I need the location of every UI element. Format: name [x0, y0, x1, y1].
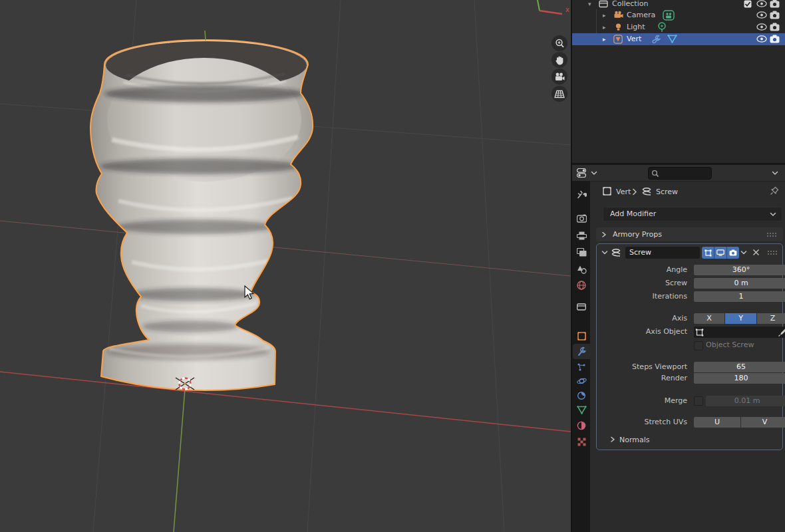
stretch-v-button[interactable]: V [741, 417, 785, 428]
breadcrumb-modifier[interactable]: Screw [656, 188, 678, 196]
axis-object-label: Axis Object [605, 327, 687, 337]
camera-view-gizmo[interactable] [551, 68, 567, 84]
tab-material[interactable] [573, 418, 590, 433]
editor-type-icon[interactable] [577, 168, 589, 178]
outliner-row-collection[interactable]: ▾ Collection [572, 0, 785, 10]
outliner-item-label[interactable]: Vert [627, 33, 641, 45]
grid-floor-icon [554, 90, 565, 98]
expand-arrow-icon[interactable]: ▸ [603, 9, 606, 21]
iterations-label: Iterations [605, 291, 687, 302]
render-camera-icon[interactable] [770, 11, 780, 19]
pan-gizmo[interactable] [551, 52, 567, 68]
screw-modifier-icon [641, 187, 653, 196]
hide-eye-icon[interactable] [756, 35, 767, 43]
armory-props-panel-header[interactable]: Armory Props [596, 227, 783, 241]
render-display-toggle[interactable] [727, 247, 739, 259]
search-icon [651, 170, 659, 178]
panel-grip-handle[interactable] [767, 250, 778, 255]
tab-constraints[interactable] [573, 388, 590, 403]
tab-physics[interactable] [573, 373, 590, 388]
3d-viewport[interactable]: x [0, 0, 571, 532]
eyedropper-icon[interactable] [778, 329, 785, 336]
angle-field[interactable]: 360° [694, 265, 785, 275]
tab-world[interactable] [573, 277, 590, 293]
render-camera-icon[interactable] [770, 23, 780, 31]
modifier-name-field[interactable]: Screw [625, 247, 700, 259]
mouse-cursor [243, 285, 257, 301]
axis-object-picker[interactable] [694, 327, 785, 338]
light-data-icon [657, 22, 667, 33]
object-icon [602, 186, 612, 196]
steps-viewport-field[interactable]: 65 [694, 362, 785, 372]
properties-editor: Vert Screw Add Modifier [572, 165, 785, 532]
add-modifier-dropdown[interactable]: Add Modifier [603, 207, 782, 221]
header-menu-chevron-icon[interactable] [772, 171, 778, 176]
merge-threshold-field[interactable]: 0.01 m [706, 396, 785, 406]
axis-x-button[interactable]: X [694, 313, 724, 324]
breadcrumb-object[interactable]: Vert [616, 188, 631, 196]
expand-arrow-icon[interactable]: ▾ [588, 0, 591, 10]
axis-z-button[interactable]: Z [757, 313, 785, 324]
tab-scene[interactable] [573, 261, 590, 277]
close-icon[interactable] [752, 249, 760, 256]
stretch-uvs-label: Stretch UVs [605, 417, 687, 428]
search-input[interactable] [661, 168, 710, 179]
stretch-u-button[interactable]: U [694, 417, 740, 428]
grid-toggle-gizmo[interactable] [551, 86, 567, 102]
tab-view-layer[interactable] [573, 245, 590, 260]
merge-checkbox[interactable] [694, 396, 703, 406]
grid-line-tinted [0, 221, 571, 276]
object-screw-checkbox[interactable] [694, 341, 703, 350]
chevron-down-icon [770, 212, 776, 217]
panel-grip-handle[interactable] [766, 232, 777, 237]
pin-icon[interactable] [770, 186, 779, 196]
tab-tool[interactable] [573, 187, 590, 202]
render-steps-field[interactable]: 180 [694, 373, 785, 384]
modifier-extras-chevron-icon[interactable] [740, 250, 747, 255]
outliner-item-label[interactable]: Collection [612, 0, 648, 10]
navigation-gizmo[interactable]: x [529, 0, 571, 20]
iterations-field[interactable]: 1 [694, 291, 785, 302]
selectable-checkbox-icon[interactable] [744, 0, 752, 8]
tab-modifiers[interactable] [573, 344, 590, 359]
hide-eye-icon[interactable] [756, 0, 767, 8]
tab-particles[interactable] [573, 359, 590, 374]
outliner-row-light[interactable]: ▸ Light [572, 21, 785, 33]
panel-expand-chevron-icon[interactable] [601, 250, 608, 255]
outliner-row-vert[interactable]: ▸ Vert [572, 33, 785, 45]
render-camera-icon[interactable] [770, 0, 780, 8]
tab-render[interactable] [573, 211, 590, 226]
tab-object[interactable] [573, 329, 590, 344]
outliner-row-camera[interactable]: ▸ Camera [572, 9, 785, 21]
axis-label: Axis [605, 313, 687, 324]
editor-type-chevron-icon[interactable] [591, 171, 597, 176]
disclosure-chevron-icon [601, 231, 607, 238]
search-box[interactable] [648, 167, 712, 180]
expand-arrow-icon[interactable]: ▸ [603, 33, 606, 45]
realtime-display-toggle[interactable] [714, 247, 727, 259]
hide-eye-icon[interactable] [756, 23, 767, 31]
magnifier-plus-icon [555, 39, 565, 49]
render-camera-icon[interactable] [770, 35, 780, 43]
edit-mode-toggle[interactable] [702, 247, 714, 259]
tab-object-data[interactable] [573, 402, 590, 418]
merge-label: Merge [605, 396, 687, 406]
tab-output[interactable] [573, 228, 590, 243]
camera-object-icon [613, 11, 623, 19]
expand-arrow-icon[interactable]: ▸ [603, 21, 606, 33]
add-modifier-label: Add Modifier [610, 209, 656, 218]
light-object-icon [614, 23, 623, 31]
screw-field[interactable]: 0 m [694, 278, 785, 289]
axis-y-button[interactable]: Y [725, 313, 756, 324]
outliner-item-label[interactable]: Light [627, 21, 645, 33]
y-axis-line [174, 389, 185, 532]
collection-icon [599, 0, 608, 8]
normals-subpanel-header[interactable]: Normals [619, 435, 650, 446]
tab-collection[interactable] [573, 299, 590, 314]
zoom-gizmo[interactable] [551, 35, 567, 51]
blender-window: x [0, 0, 785, 532]
outliner-item-label[interactable]: Camera [627, 9, 655, 21]
hide-eye-icon[interactable] [756, 11, 767, 19]
screw-modifier-panel: Screw [596, 243, 783, 450]
tab-texture[interactable] [573, 434, 590, 450]
